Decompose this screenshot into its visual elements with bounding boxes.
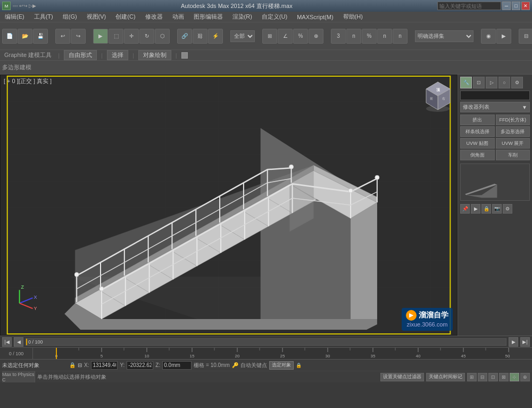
menu-tools[interactable]: 工具(T) (31, 12, 56, 21)
menu-modifiers[interactable]: 修改器 (143, 12, 165, 21)
svg-text:35: 35 (371, 354, 376, 358)
undo-btn[interactable]: ↩ (55, 29, 70, 44)
nav-icon4[interactable]: ⊠ (499, 373, 509, 381)
menu-animation[interactable]: 动画 (170, 12, 187, 21)
extra-btn1[interactable]: ⊟ (519, 29, 532, 44)
view-btn3[interactable]: % (362, 29, 377, 44)
rp-play-icon[interactable]: ▶ (471, 204, 480, 214)
rp-uvw-map-btn[interactable]: UVW 贴图 (460, 138, 495, 149)
rp-settings-icon[interactable]: ⚙ (503, 204, 512, 214)
menu-customize[interactable]: 自定义(U) (259, 12, 290, 21)
view-btn2[interactable]: n (346, 29, 361, 44)
percent-snap-btn[interactable]: % (293, 29, 308, 44)
rp-ffd-btn[interactable]: FFD(长方体) (496, 115, 530, 125)
z-input[interactable] (162, 361, 192, 370)
nav-cube[interactable]: 顶 右 前 (423, 79, 453, 114)
view-btn1[interactable]: 3 (331, 29, 346, 44)
angle-snap-btn[interactable]: ∠ (278, 29, 293, 44)
rp-icon-motion[interactable]: ▷ (486, 77, 497, 88)
nav-icon5[interactable]: ⊹ (510, 373, 519, 381)
sep-gt3: | (132, 52, 134, 59)
rp-icon-modify[interactable]: 🔧 (460, 77, 472, 88)
rp-pin-icon[interactable]: 📌 (460, 204, 470, 214)
timeline-end-btn[interactable]: ▶| (520, 337, 530, 347)
snap-toggle-btn[interactable]: ⊞ (262, 29, 277, 44)
view-btn4[interactable]: n (377, 29, 392, 44)
menu-view[interactable]: 视图(V) (84, 12, 109, 21)
window-close[interactable]: ✕ (521, 2, 530, 10)
main-toolbar: 📄 📂 💾 ↩ ↪ ▶ ⬚ ✛ ↻ ⬡ 🔗 ⛓ ⚡ 全部 ⊞ ∠ % ⊕ 3 n (0, 22, 532, 50)
set-key-filter-btn[interactable]: 设置关键点过滤器 (380, 373, 424, 381)
rp-icon-utilities[interactable]: ⚙ (511, 77, 523, 88)
view-btn5[interactable]: n (393, 29, 408, 44)
select-filter-btn[interactable]: 选定对象 (269, 361, 294, 370)
search-bar[interactable]: ─ □ ✕ (437, 2, 530, 10)
menu-help[interactable]: 帮助(H) (340, 12, 365, 21)
rp-icon-hierarchy[interactable]: ⊡ (473, 77, 485, 88)
object-paint-btn[interactable]: 对象绘制 (138, 50, 171, 60)
rp-extrude-btn[interactable]: 挤出 (460, 115, 495, 125)
rp-poly-select-btn[interactable]: 多边形选择 (496, 126, 530, 137)
timeline-prev-btn[interactable]: ◀ (14, 337, 23, 347)
viewport[interactable]: [ + 0 ][正交 ] 真实 ] (0, 75, 458, 336)
scale-btn[interactable]: ⬡ (155, 29, 170, 44)
ruler-wrapper[interactable]: 0 5 10 15 20 25 30 (33, 348, 532, 359)
move-btn[interactable]: ✛ (124, 29, 139, 44)
select-btn[interactable]: 选择 (107, 50, 128, 60)
rp-sample-select-btn[interactable]: 样条线选择 (460, 126, 495, 137)
quick-access-icons[interactable]: ▫▫▫ ↩↪ ▷▶ (13, 3, 36, 9)
rp-lathe-btn[interactable]: 车削 (496, 150, 530, 160)
rp-chamfer-btn[interactable]: 倒角面 (460, 150, 495, 160)
svg-point-78 (375, 175, 379, 179)
rp-lock-icon[interactable]: 🔒 (481, 204, 491, 214)
nav-icon6[interactable]: ⊕ (520, 373, 530, 381)
nav-icon1[interactable]: ⊞ (467, 373, 477, 381)
bind-btn[interactable]: ⚡ (208, 29, 223, 44)
rp-camera-icon[interactable]: 📷 (492, 204, 502, 214)
open-btn[interactable]: 📂 (18, 29, 32, 44)
svg-text:前: 前 (430, 97, 433, 100)
rp-search[interactable] (460, 91, 530, 100)
new-btn[interactable]: 📄 (2, 29, 17, 44)
window-maximize[interactable]: □ (512, 2, 520, 10)
rp-uvw-unfold-btn[interactable]: UVW 展开 (496, 138, 530, 149)
nav-icon2[interactable]: ⊟ (478, 373, 487, 381)
max-physics-btn[interactable]: Max to Physics C (2, 371, 35, 382)
timeline-bar[interactable]: 0 / 100 (26, 338, 506, 346)
window-minimize[interactable]: ─ (502, 2, 511, 10)
menu-render[interactable]: 渲染(R) (230, 12, 255, 21)
render-select[interactable]: 明确选择集 (415, 30, 473, 42)
menu-create[interactable]: 创建(C) (113, 12, 138, 21)
render-setup-btn[interactable]: ◉ (481, 29, 496, 44)
svg-text:5: 5 (101, 354, 103, 358)
x-input[interactable] (91, 361, 118, 370)
key-time-btn[interactable]: 关键点时间标记 (426, 373, 465, 381)
y-input[interactable] (127, 361, 153, 370)
y-label: Y: (120, 362, 124, 368)
view-dropdown[interactable]: 全部 (230, 30, 255, 42)
free-form-btn[interactable]: 自由形式 (64, 50, 97, 60)
timeline-start-btn[interactable]: |◀ (2, 337, 12, 347)
rotate-btn[interactable]: ↻ (139, 29, 154, 44)
select-mode-btn[interactable]: ▶ (93, 29, 108, 44)
rp-icon-display[interactable]: ○ (498, 77, 510, 88)
menu-maxscript[interactable]: MAXScript(M) (294, 13, 336, 21)
save-btn[interactable]: 💾 (33, 29, 48, 44)
search-input[interactable] (437, 2, 501, 10)
rp-modifier-dropdown[interactable]: 修改器列表 ▼ (460, 102, 530, 112)
viewport-label: [ + 0 ][正交 ] 真实 ] (4, 77, 52, 85)
unlink-btn[interactable]: ⛓ (193, 29, 207, 44)
nav-icon3[interactable]: ⊡ (488, 373, 498, 381)
timeline-next-btn[interactable]: ▶ (509, 337, 518, 347)
menu-graph-editor[interactable]: 图形编辑器 (191, 12, 226, 21)
select-region-btn[interactable]: ⬚ (109, 29, 123, 44)
menu-group[interactable]: 组(G) (60, 12, 80, 21)
menu-edit[interactable]: 编辑(E) (2, 12, 27, 21)
app-icon: M (2, 2, 11, 10)
redo-btn[interactable]: ↪ (71, 29, 86, 44)
sep-gt1: | (58, 52, 60, 59)
render-btn[interactable]: ▶ (496, 29, 511, 44)
link-btn[interactable]: 🔗 (177, 29, 192, 44)
spinner-snap-btn[interactable]: ⊕ (309, 29, 323, 44)
timeline: |◀ ◀ 0 / 100 ▶ ▶| (0, 336, 532, 347)
